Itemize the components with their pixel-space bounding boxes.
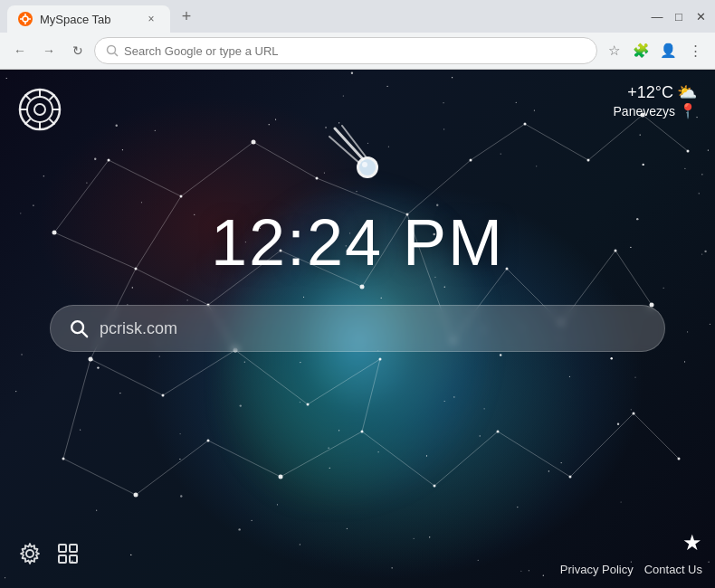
svg-point-80 [687,150,690,153]
svg-line-28 [308,359,380,404]
svg-line-23 [615,251,652,305]
url-bar[interactable] [94,37,597,64]
toolbar-icons: ☆ 🧩 👤 ⋮ [601,38,708,63]
svg-point-172 [617,423,619,425]
reload-button[interactable]: ↻ [65,38,91,63]
favorites-star-icon[interactable]: ★ [682,530,702,555]
svg-point-95 [386,86,387,87]
svg-rect-221 [59,545,66,552]
svg-point-64 [307,403,310,406]
search-input[interactable] [100,319,646,338]
svg-line-25 [91,359,163,395]
maximize-button[interactable]: □ [672,9,686,24]
svg-point-192 [244,362,245,363]
search-container [50,305,665,352]
contact-us-link[interactable]: Contact Us [644,563,702,576]
svg-point-72 [497,431,500,433]
tab-close-button[interactable]: × [143,11,159,27]
svg-rect-222 [70,545,77,552]
svg-point-106 [179,459,180,460]
svg-point-147 [187,299,188,300]
url-input[interactable] [124,44,586,58]
extensions-button[interactable]: 🧩 [628,38,653,63]
svg-point-121 [141,202,142,203]
menu-button[interactable]: ⋮ [682,38,708,63]
svg-point-51 [135,268,138,270]
search-bar[interactable] [50,305,665,352]
svg-point-137 [708,562,709,563]
svg-point-129 [478,560,479,561]
svg-point-73 [569,476,572,479]
svg-point-132 [240,404,242,406]
svg-line-27 [235,350,308,404]
profile-button[interactable]: 👤 [655,38,681,63]
svg-point-111 [194,214,195,215]
svg-point-202 [27,97,52,122]
svg-point-128 [630,247,631,248]
minimize-button[interactable]: — [650,9,664,24]
tab-title: MySpace Tab [40,13,111,26]
svg-point-170 [529,570,529,571]
svg-line-10 [181,142,253,196]
svg-point-118 [86,182,87,183]
svg-point-133 [443,128,444,129]
browser-tab[interactable]: MySpace Tab × [7,5,170,33]
svg-point-217 [362,162,367,167]
svg-point-84 [97,366,99,368]
svg-point-158 [444,401,445,402]
weather-city: Panevezys 📍 [614,102,697,119]
weather-temperature: +12°C ⛅ [614,82,697,102]
svg-line-211 [25,119,31,125]
svg-line-208 [25,95,31,100]
svg-point-179 [122,149,123,150]
svg-point-103 [377,451,378,452]
privacy-policy-link[interactable]: Privacy Policy [560,563,634,576]
location-icon: 📍 [679,102,697,119]
settings-button[interactable] [18,542,42,571]
svg-point-76 [470,159,472,162]
svg-point-66 [62,458,65,460]
svg-point-77 [524,123,527,126]
close-window-button[interactable]: ✕ [693,9,708,24]
svg-point-194 [21,354,22,355]
svg-point-173 [699,193,700,194]
svg-line-26 [163,350,235,395]
svg-line-33 [208,441,281,477]
svg-point-68 [207,440,210,442]
svg-line-12 [54,232,136,269]
bookmark-button[interactable]: ☆ [601,38,626,63]
svg-point-153 [392,567,393,568]
svg-point-48 [180,195,183,198]
svg-point-81 [636,218,638,220]
myspace-logo[interactable] [18,88,62,131]
comet-svg [326,124,389,196]
svg-point-196 [426,455,427,456]
svg-point-130 [701,174,702,175]
svg-line-219 [82,332,88,337]
svg-point-59 [615,250,617,252]
svg-point-139 [269,124,270,125]
svg-point-135 [347,528,348,529]
svg-point-220 [26,550,33,557]
fullscreen-button[interactable] [56,542,80,571]
svg-point-47 [108,159,110,162]
svg-point-119 [130,555,131,555]
svg-point-75 [678,458,681,460]
svg-point-92 [640,134,641,135]
svg-point-108 [453,396,454,397]
new-tab-button[interactable]: + [174,4,199,29]
back-button[interactable]: ← [7,38,33,63]
forward-button[interactable]: → [36,38,62,63]
browser-chrome: MySpace Tab × + — □ ✕ ← → ↻ ☆ 🧩 👤 ⋮ [0,0,715,70]
svg-point-87 [238,528,240,530]
address-bar: ← → ↻ ☆ 🧩 👤 ⋮ [0,33,715,69]
svg-line-34 [281,432,362,477]
svg-point-105 [15,391,16,392]
svg-point-198 [561,462,562,463]
svg-point-93 [5,577,5,578]
svg-line-44 [588,115,643,160]
svg-point-69 [279,475,283,479]
svg-point-191 [80,430,81,431]
fullscreen-icon [56,542,80,565]
svg-line-39 [570,413,634,477]
